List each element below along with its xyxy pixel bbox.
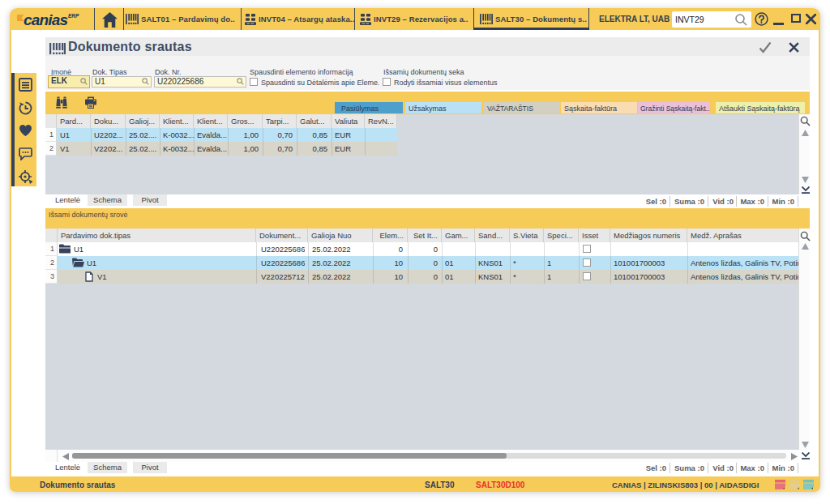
svg-text:ERP: ERP	[68, 13, 79, 19]
svg-text:canias: canias	[24, 11, 68, 28]
